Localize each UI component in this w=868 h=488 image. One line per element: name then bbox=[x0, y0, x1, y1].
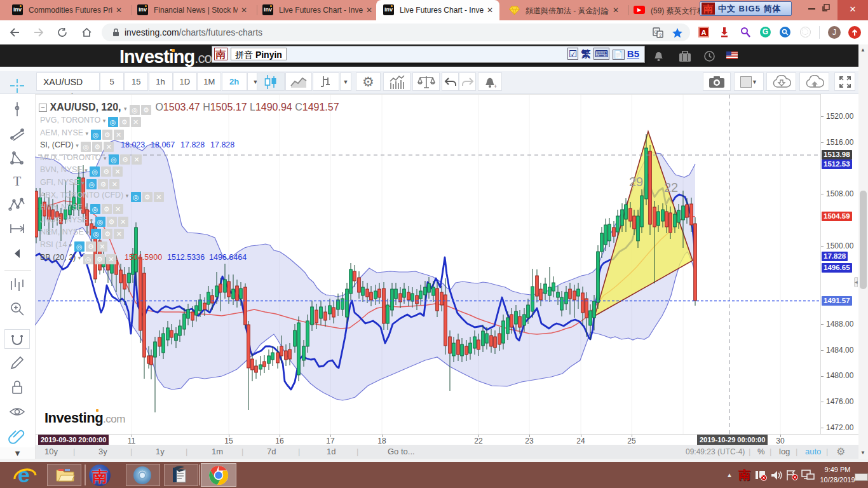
svg-text:T: T bbox=[13, 174, 21, 188]
svg-text:文: 文 bbox=[658, 32, 663, 37]
svg-text:22: 22 bbox=[664, 180, 678, 194]
svg-text:+: + bbox=[494, 83, 497, 89]
svg-text:G: G bbox=[654, 29, 658, 35]
svg-text:e: e bbox=[18, 464, 30, 487]
svg-text:29: 29 bbox=[629, 175, 643, 189]
